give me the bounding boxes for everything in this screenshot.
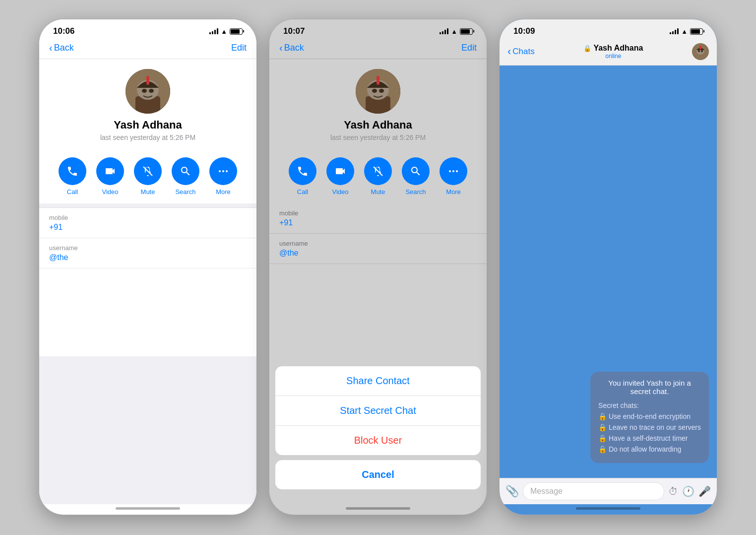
lock-icon-nav: 🔒 [583,45,591,52]
wifi-icon-3: ▲ [681,28,688,35]
info-section-1: mobile +91 username @the [39,207,256,356]
profile-section-1: Yash Adhana last seen yesterday at 5:26 … [39,59,256,157]
chat-nav-bar: ‹ Chats 🔒 Yash Adhana online [500,39,717,66]
message-placeholder: Message [530,487,563,495]
search-label-2: Search [405,188,426,196]
profile-name-2: Yash Adhana [344,119,412,132]
username-value-2[interactable]: @the [279,249,477,258]
chat-contact-name: 🔒 Yash Adhana [583,44,643,53]
home-indicator-3 [576,507,640,510]
call-icon-2 [289,157,316,185]
username-value-1[interactable]: @the [49,253,247,262]
video-button-2[interactable]: Video [326,157,354,196]
video-label-2: Video [332,188,348,196]
status-icons-3: ▲ [670,28,703,35]
nav-bar-2: ‹ Back Edit [269,39,487,59]
action-buttons-1: Call Video Mute Search [39,157,256,203]
mobile-row-1: mobile +91 [39,208,256,238]
edit-button-2[interactable]: Edit [461,43,477,53]
phone-screen-3: 10:09 ▲ ‹ Chats 🔒 Yash Adhana [499,19,717,515]
divider-1 [39,203,256,207]
secret-chat-message: You invited Yash to join a secret chat. … [590,372,709,463]
more-button-1[interactable]: More [209,157,237,196]
status-time-3: 10:09 [513,26,535,36]
mute-button-1[interactable]: Mute [134,157,162,196]
home-indicator-1 [116,507,180,510]
chats-back-button[interactable]: ‹ Chats [507,45,535,58]
video-icon-2 [326,157,354,185]
svg-point-24 [701,50,703,52]
cancel-button[interactable]: Cancel [275,460,481,489]
search-icon-2 [402,157,430,185]
mobile-value-1[interactable]: +91 [49,223,247,232]
mute-label-1: Mute [141,188,155,196]
signal-icon [209,28,218,34]
svg-line-16 [374,167,382,176]
feature-4: 🔒 Do not allow forwarding [598,445,701,453]
back-button-2[interactable]: ‹ Back [279,42,304,54]
clock-icon[interactable]: 🕐 [682,485,694,497]
svg-point-23 [698,50,700,52]
back-button-1[interactable]: ‹ Back [49,42,74,54]
profile-section-2: Yash Adhana last seen yesterday at 5:26 … [269,59,487,157]
phone-screen-2: 10:07 ▲ ‹ Back Edit [269,19,487,515]
svg-point-18 [452,170,454,172]
edit-button-1[interactable]: Edit [231,43,247,53]
action-buttons-2: Call Video Mute Search [269,157,487,203]
username-row-1: username @the [39,238,256,268]
back-label-2: Back [284,43,304,53]
start-secret-chat-button[interactable]: Start Secret Chat [275,396,481,426]
block-user-button[interactable]: Block User [275,426,481,455]
battery-icon [230,28,243,35]
modal-card-2: Share Contact Start Secret Chat Block Us… [275,366,481,455]
status-icons-1: ▲ [209,28,243,35]
video-button-1[interactable]: Video [96,157,124,196]
battery-icon-2 [460,28,473,35]
username-row-2: username @the [269,234,487,264]
svg-point-4 [142,89,147,93]
share-contact-button[interactable]: Share Contact [275,366,481,396]
username-label-2: username [279,240,477,247]
modal-background-2: Share Contact Start Secret Chat Block Us… [269,264,487,504]
avatar-2 [356,69,400,114]
call-button-1[interactable]: Call [59,157,86,196]
back-chevron-3: ‹ [507,45,511,58]
signal-icon-2 [440,28,448,34]
status-time-2: 10:07 [283,26,305,36]
feature-3: 🔒 Have a self-destruct timer [598,434,701,442]
search-button-1[interactable]: Search [172,157,199,196]
wifi-icon: ▲ [221,28,227,35]
mobile-label-2: mobile [279,209,477,217]
svg-rect-22 [699,46,701,50]
video-label-1: Video [102,188,118,196]
bubble-subtitle: Secret chats: [598,401,701,409]
mute-button-2[interactable]: Mute [364,157,392,196]
mic-icon[interactable]: 🎤 [698,485,711,497]
avatar-image-1 [126,69,170,114]
chat-nav-center: 🔒 Yash Adhana online [583,44,643,60]
signal-icon-3 [670,28,679,34]
more-button-2[interactable]: More [440,157,467,196]
message-input[interactable]: Message [523,482,664,500]
feature-1: 🔒 Use end-to-end encryption [598,412,701,420]
more-icon-2 [440,157,467,185]
call-button-2[interactable]: Call [289,157,316,196]
modal-container-2: Share Contact Start Secret Chat Block Us… [269,366,487,504]
home-indicator-2 [346,507,410,510]
chat-body: You invited Yash to join a secret chat. … [500,66,717,478]
back-arrow-2: ‹ [279,42,283,54]
search-button-2[interactable]: Search [402,157,430,196]
call-icon-1 [59,157,86,185]
status-time-1: 10:06 [53,26,74,36]
timer-icon[interactable]: ⏱ [668,486,678,497]
attach-icon[interactable]: 📎 [505,485,519,498]
mute-icon-1 [134,157,162,185]
profile-name-1: Yash Adhana [114,119,182,132]
mute-label-2: Mute [371,188,385,196]
mobile-value-2[interactable]: +91 [279,218,477,227]
status-bar-2: 10:07 ▲ [269,19,487,39]
chat-nav-avatar[interactable] [692,43,709,60]
bubble-title: You invited Yash to join a secret chat. [598,379,701,396]
status-icons-2: ▲ [440,28,473,35]
profile-status-1: last seen yesterday at 5:26 PM [100,134,195,141]
